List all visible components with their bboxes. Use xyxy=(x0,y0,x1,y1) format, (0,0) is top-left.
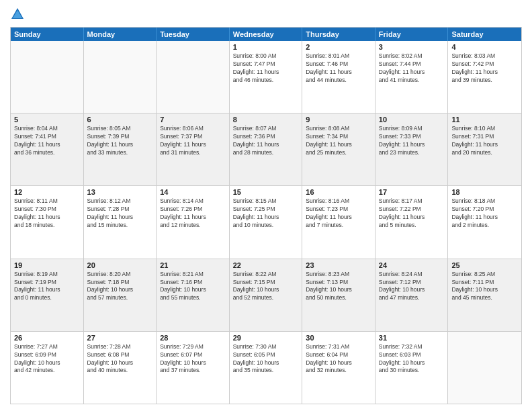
calendar-cell: 14Sunrise: 8:14 AMSunset: 7:26 PMDayligh… xyxy=(157,186,230,258)
calendar-cell: 9Sunrise: 8:08 AMSunset: 7:34 PMDaylight… xyxy=(302,113,375,185)
cell-text: Sunrise: 7:28 AMSunset: 6:08 PMDaylight:… xyxy=(87,343,153,375)
cell-text: Sunrise: 8:17 AMSunset: 7:22 PMDaylight:… xyxy=(379,197,445,230)
day-number: 5 xyxy=(14,116,80,124)
calendar-cell: 8Sunrise: 8:07 AMSunset: 7:36 PMDaylight… xyxy=(230,113,303,185)
day-number: 20 xyxy=(87,261,153,269)
calendar-body: 1Sunrise: 8:00 AMSunset: 7:47 PMDaylight… xyxy=(11,41,521,404)
calendar-row-2: 12Sunrise: 8:11 AMSunset: 7:30 PMDayligh… xyxy=(11,185,521,258)
logo xyxy=(10,7,28,21)
header-day-saturday: Saturday xyxy=(448,28,521,41)
day-number: 24 xyxy=(379,261,445,269)
calendar-row-0: 1Sunrise: 8:00 AMSunset: 7:47 PMDaylight… xyxy=(11,41,521,113)
cell-text: Sunrise: 8:06 AMSunset: 7:37 PMDaylight:… xyxy=(160,125,226,157)
header xyxy=(10,7,522,21)
cell-text: Sunrise: 8:03 AMSunset: 7:42 PMDaylight:… xyxy=(451,52,518,85)
cell-text: Sunrise: 8:01 AMSunset: 7:46 PMDaylight:… xyxy=(306,52,371,85)
calendar-cell: 13Sunrise: 8:12 AMSunset: 7:28 PMDayligh… xyxy=(84,186,157,258)
day-number: 31 xyxy=(379,334,445,342)
day-number: 19 xyxy=(14,261,80,269)
cell-text: Sunrise: 8:20 AMSunset: 7:18 PMDaylight:… xyxy=(87,271,153,303)
calendar-cell xyxy=(11,41,84,113)
calendar-cell: 27Sunrise: 7:28 AMSunset: 6:08 PMDayligh… xyxy=(84,332,157,404)
header-day-sunday: Sunday xyxy=(11,28,84,41)
day-number: 4 xyxy=(451,43,518,51)
day-number: 12 xyxy=(14,188,80,196)
calendar-cell: 7Sunrise: 8:06 AMSunset: 7:37 PMDaylight… xyxy=(157,113,230,185)
calendar-cell: 23Sunrise: 8:23 AMSunset: 7:13 PMDayligh… xyxy=(302,259,375,331)
day-number: 2 xyxy=(306,43,371,51)
cell-text: Sunrise: 8:21 AMSunset: 7:16 PMDaylight:… xyxy=(160,271,226,303)
calendar-cell: 18Sunrise: 8:18 AMSunset: 7:20 PMDayligh… xyxy=(448,186,521,258)
calendar-cell xyxy=(84,41,157,113)
day-number: 13 xyxy=(87,188,153,196)
calendar-cell: 10Sunrise: 8:09 AMSunset: 7:33 PMDayligh… xyxy=(375,113,449,185)
day-number: 27 xyxy=(87,334,153,342)
day-number: 10 xyxy=(379,116,445,124)
cell-text: Sunrise: 8:18 AMSunset: 7:20 PMDaylight:… xyxy=(451,197,518,230)
day-number: 28 xyxy=(160,334,226,342)
day-number: 7 xyxy=(160,116,226,124)
day-number: 3 xyxy=(379,43,445,51)
cell-text: Sunrise: 8:00 AMSunset: 7:47 PMDaylight:… xyxy=(233,52,299,85)
calendar-cell: 16Sunrise: 8:16 AMSunset: 7:23 PMDayligh… xyxy=(302,186,375,258)
day-number: 16 xyxy=(306,188,371,196)
calendar-row-4: 26Sunrise: 7:27 AMSunset: 6:09 PMDayligh… xyxy=(11,331,521,404)
day-number: 11 xyxy=(451,116,518,124)
day-number: 17 xyxy=(379,188,445,196)
cell-text: Sunrise: 7:31 AMSunset: 6:04 PMDaylight:… xyxy=(306,343,371,375)
cell-text: Sunrise: 8:14 AMSunset: 7:26 PMDaylight:… xyxy=(160,197,226,230)
day-number: 6 xyxy=(87,116,153,124)
cell-text: Sunrise: 8:10 AMSunset: 7:31 PMDaylight:… xyxy=(451,125,518,157)
calendar-cell: 26Sunrise: 7:27 AMSunset: 6:09 PMDayligh… xyxy=(11,332,84,404)
day-number: 14 xyxy=(160,188,226,196)
day-number: 25 xyxy=(451,261,518,269)
calendar-cell: 21Sunrise: 8:21 AMSunset: 7:16 PMDayligh… xyxy=(157,259,230,331)
calendar-cell: 29Sunrise: 7:30 AMSunset: 6:05 PMDayligh… xyxy=(230,332,303,404)
cell-text: Sunrise: 8:09 AMSunset: 7:33 PMDaylight:… xyxy=(379,125,445,157)
calendar-cell: 1Sunrise: 8:00 AMSunset: 7:47 PMDaylight… xyxy=(230,41,303,113)
header-day-tuesday: Tuesday xyxy=(157,28,230,41)
calendar-cell: 20Sunrise: 8:20 AMSunset: 7:18 PMDayligh… xyxy=(84,259,157,331)
calendar-cell: 22Sunrise: 8:22 AMSunset: 7:15 PMDayligh… xyxy=(230,259,303,331)
cell-text: Sunrise: 8:22 AMSunset: 7:15 PMDaylight:… xyxy=(233,271,299,303)
cell-text: Sunrise: 7:32 AMSunset: 6:03 PMDaylight:… xyxy=(379,343,445,375)
calendar-cell: 3Sunrise: 8:02 AMSunset: 7:44 PMDaylight… xyxy=(375,41,449,113)
calendar-cell: 15Sunrise: 8:15 AMSunset: 7:25 PMDayligh… xyxy=(230,186,303,258)
cell-text: Sunrise: 8:24 AMSunset: 7:12 PMDaylight:… xyxy=(379,271,445,303)
day-number: 15 xyxy=(233,188,299,196)
day-number: 26 xyxy=(14,334,80,342)
calendar-cell: 11Sunrise: 8:10 AMSunset: 7:31 PMDayligh… xyxy=(448,113,521,185)
day-number: 1 xyxy=(233,43,299,51)
cell-text: Sunrise: 8:05 AMSunset: 7:39 PMDaylight:… xyxy=(87,125,153,157)
page: SundayMondayTuesdayWednesdayThursdayFrid… xyxy=(0,0,532,411)
calendar-cell: 5Sunrise: 8:04 AMSunset: 7:41 PMDaylight… xyxy=(11,113,84,185)
cell-text: Sunrise: 8:16 AMSunset: 7:23 PMDaylight:… xyxy=(306,197,371,230)
calendar-row-1: 5Sunrise: 8:04 AMSunset: 7:41 PMDaylight… xyxy=(11,113,521,185)
header-day-monday: Monday xyxy=(84,28,157,41)
cell-text: Sunrise: 8:25 AMSunset: 7:11 PMDaylight:… xyxy=(451,271,518,303)
cell-text: Sunrise: 8:04 AMSunset: 7:41 PMDaylight:… xyxy=(14,125,80,157)
cell-text: Sunrise: 8:15 AMSunset: 7:25 PMDaylight:… xyxy=(233,197,299,230)
header-day-friday: Friday xyxy=(375,28,449,41)
day-number: 22 xyxy=(233,261,299,269)
calendar-cell: 24Sunrise: 8:24 AMSunset: 7:12 PMDayligh… xyxy=(375,259,449,331)
calendar-cell: 12Sunrise: 8:11 AMSunset: 7:30 PMDayligh… xyxy=(11,186,84,258)
header-day-thursday: Thursday xyxy=(302,28,375,41)
calendar-header: SundayMondayTuesdayWednesdayThursdayFrid… xyxy=(11,28,521,41)
calendar-row-3: 19Sunrise: 8:19 AMSunset: 7:19 PMDayligh… xyxy=(11,259,521,331)
day-number: 9 xyxy=(306,116,371,124)
calendar: SundayMondayTuesdayWednesdayThursdayFrid… xyxy=(10,27,522,404)
calendar-cell: 6Sunrise: 8:05 AMSunset: 7:39 PMDaylight… xyxy=(84,113,157,185)
calendar-cell: 17Sunrise: 8:17 AMSunset: 7:22 PMDayligh… xyxy=(375,186,449,258)
cell-text: Sunrise: 7:27 AMSunset: 6:09 PMDaylight:… xyxy=(14,343,80,375)
calendar-cell: 31Sunrise: 7:32 AMSunset: 6:03 PMDayligh… xyxy=(375,332,449,404)
cell-text: Sunrise: 7:29 AMSunset: 6:07 PMDaylight:… xyxy=(160,343,226,375)
day-number: 18 xyxy=(451,188,518,196)
calendar-cell: 30Sunrise: 7:31 AMSunset: 6:04 PMDayligh… xyxy=(302,332,375,404)
cell-text: Sunrise: 8:19 AMSunset: 7:19 PMDaylight:… xyxy=(14,271,80,303)
calendar-cell: 28Sunrise: 7:29 AMSunset: 6:07 PMDayligh… xyxy=(157,332,230,404)
calendar-cell: 19Sunrise: 8:19 AMSunset: 7:19 PMDayligh… xyxy=(11,259,84,331)
header-day-wednesday: Wednesday xyxy=(230,28,303,41)
calendar-cell xyxy=(157,41,230,113)
calendar-cell: 2Sunrise: 8:01 AMSunset: 7:46 PMDaylight… xyxy=(302,41,375,113)
